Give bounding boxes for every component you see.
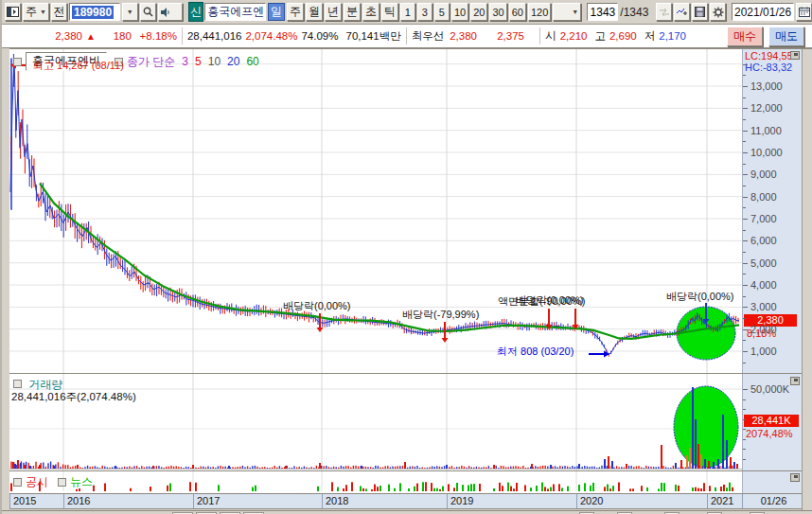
period-button-분[interactable]: 분 (344, 3, 361, 21)
stock-tab[interactable]: 흥국에프엔비 (26, 52, 107, 71)
minute-button-5[interactable]: 5 (434, 3, 450, 21)
search-icon (143, 7, 153, 17)
date-input[interactable]: 2021/01/26 (732, 3, 794, 21)
price-axis-label: 1,000 (750, 346, 777, 357)
right-scrollbar-strip[interactable] (802, 49, 812, 510)
settings-button[interactable] (710, 3, 726, 21)
timeline-last-date: 01/26 (742, 494, 802, 508)
save-button[interactable] (692, 3, 708, 21)
calendar-button[interactable] (796, 3, 812, 21)
volume-chart (9, 374, 742, 470)
period-button-일[interactable]: 일 (268, 3, 285, 21)
news-label: 뉴스 (70, 474, 93, 490)
compare-button[interactable] (656, 3, 672, 21)
interval-dropdown[interactable]: ▼ (553, 3, 581, 21)
bar-total-label: /1343 (620, 6, 648, 19)
price-axis-label: 5,000 (750, 257, 777, 269)
pane-maximize-icon[interactable] (790, 473, 800, 482)
price-axis-tick (743, 329, 748, 330)
pane-divider[interactable] (9, 470, 802, 471)
new-badge-label: 신 (190, 4, 202, 20)
code-dropdown-button[interactable]: ▼ (122, 3, 138, 21)
timeline-year-2015[interactable]: 2015 (9, 494, 63, 508)
price-axis-tick (743, 285, 748, 286)
price-change-pct: +8.18% (132, 30, 177, 42)
period-button-월[interactable]: 월 (306, 3, 323, 21)
volume-gridlines (9, 374, 742, 470)
price-axis-minor-tick (743, 75, 746, 76)
timeline-year-2021[interactable]: 2021 (707, 494, 742, 508)
price-axis-minor-tick (743, 274, 746, 275)
stock-name-field[interactable]: 흥국에프엔 (204, 3, 266, 21)
bar-count-value: 1343 (591, 6, 616, 19)
price-axis-tick (743, 86, 748, 87)
buy-button[interactable]: 매수 (727, 27, 763, 46)
timeline-year-2018[interactable]: 2018 (322, 494, 447, 508)
period-button-년[interactable]: 년 (325, 3, 342, 21)
stock-code-input[interactable]: 189980 (69, 3, 120, 21)
price-axis-tick (743, 131, 748, 132)
pane-divider[interactable] (9, 373, 802, 374)
trade-value: 70,141백만 (345, 29, 400, 44)
volume-axis-tick (743, 409, 746, 410)
price-axis-tick (743, 240, 748, 241)
minute-button-1[interactable]: 1 (400, 3, 415, 21)
checkbox-icon[interactable] (115, 58, 123, 66)
checkbox-icon[interactable] (58, 478, 66, 487)
price-axis-label: 2,000 (750, 324, 777, 335)
prev-stock-button[interactable]: 전 (51, 3, 67, 21)
price-axis-label: 4,000 (750, 279, 777, 291)
volume-value: 28,441,016 (187, 30, 242, 42)
minute-button-20[interactable]: 20 (470, 3, 487, 21)
current-price: 2,380 (2, 30, 82, 42)
sell-button-label: 매도 (775, 28, 798, 44)
timeline-year-2016[interactable]: 2016 (63, 494, 193, 508)
lc-value: LC:194,55 (745, 50, 793, 62)
price-axis-label: 10,000 (750, 147, 783, 158)
timeline-year-2020[interactable]: 2020 (576, 494, 707, 508)
minute-button-120[interactable]: 120 (528, 3, 551, 21)
price-axis-minor-tick (743, 252, 746, 253)
minute-button-3[interactable]: 3 (417, 3, 432, 21)
week-menu-button[interactable]: 주▼ (23, 3, 49, 21)
price-axis-tick (743, 351, 748, 352)
chevron-down-icon: ▼ (572, 9, 578, 15)
volume-badge: 28,441K (744, 415, 799, 427)
pane-maximize-icon[interactable] (790, 377, 800, 385)
price-gridlines (9, 49, 742, 373)
calendar-icon (799, 7, 810, 17)
best-quote-label: 최우선 (412, 29, 445, 44)
checkbox-icon[interactable] (13, 380, 22, 388)
period-button-초[interactable]: 초 (362, 3, 380, 21)
checkbox-icon[interactable] (13, 58, 22, 66)
bottom-toolbar-fragment (2, 510, 812, 514)
price-axis-minor-tick (743, 363, 746, 363)
minute-button-10[interactable]: 10 (451, 3, 468, 21)
price-axis-label: 8,000 (750, 191, 777, 203)
add-indicator-button[interactable] (674, 3, 690, 21)
price-axis-label: 13,000 (750, 80, 783, 92)
panel-toggle-button[interactable] (5, 3, 21, 21)
sell-button[interactable]: 매도 (768, 27, 804, 46)
pane-maximize-icon[interactable] (790, 51, 800, 60)
volume-axis-tick-label: 50,000K (750, 383, 789, 395)
price-chart (9, 49, 742, 373)
sound-button[interactable]: ▼ (158, 3, 183, 21)
volume-axis-tick (743, 439, 746, 440)
save-disk-icon (695, 7, 705, 17)
gear-icon (713, 7, 724, 18)
timeline-year-2017[interactable]: 2017 (193, 494, 322, 508)
price-axis-label: 3,000 (750, 301, 777, 312)
high-label: 고 (594, 29, 606, 44)
period-button-주[interactable]: 주 (287, 3, 304, 21)
minute-button-60[interactable]: 60 (509, 3, 526, 21)
period-button-틱[interactable]: 틱 (381, 3, 398, 21)
timeline-year-2019[interactable]: 2019 (447, 494, 576, 508)
checkbox-icon[interactable] (13, 478, 22, 487)
price-axis-label: 11,000 (750, 125, 782, 136)
search-button[interactable] (140, 3, 156, 21)
period-button-group: 일주월년분초틱 (268, 3, 400, 21)
price-axis-tick (743, 219, 748, 220)
minute-button-30[interactable]: 30 (489, 3, 506, 21)
bar-count-input[interactable]: 1343 (587, 3, 619, 21)
